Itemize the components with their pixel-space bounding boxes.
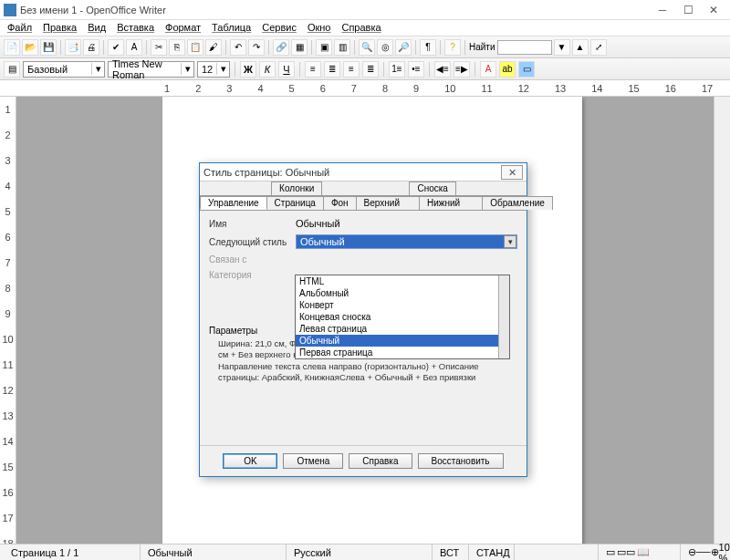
tab-page[interactable]: Страница xyxy=(266,196,324,210)
help-button[interactable]: Справка xyxy=(349,453,412,469)
spellcheck-icon[interactable]: ✔ xyxy=(108,39,124,56)
font-color-icon[interactable]: A xyxy=(480,61,496,78)
dialog-tabs-row1: Колонки Сноска xyxy=(200,181,527,196)
copy-icon[interactable]: ⎘ xyxy=(169,39,185,56)
window-title: Без имени 1 - OpenOffice Writer xyxy=(20,5,650,16)
vertical-ruler[interactable]: 1234567891011121314151617181920212223242… xyxy=(0,97,16,544)
hyperlink-icon[interactable]: 🔗 xyxy=(273,39,289,56)
cut-icon[interactable]: ✂ xyxy=(151,39,167,56)
tab-footnote[interactable]: Сноска xyxy=(409,181,455,195)
horizontal-ruler[interactable]: 123456789101112131415161718 xyxy=(0,80,730,97)
tab-background[interactable]: Фон xyxy=(323,196,357,210)
menu-view[interactable]: Вид xyxy=(82,20,111,36)
dialog-buttons: OK Отмена Справка Восстановить xyxy=(200,445,527,476)
dropdown-item-selected[interactable]: Обычный xyxy=(296,335,509,347)
dropdown-item[interactable]: HTML xyxy=(296,275,509,287)
increase-indent-icon[interactable]: ≡▶ xyxy=(454,61,470,78)
abc-icon[interactable]: A xyxy=(126,39,142,56)
tab-footer[interactable]: Нижний колонтитул xyxy=(419,196,483,210)
paragraph-style-combo[interactable]: Базовый▾ xyxy=(23,61,105,78)
tab-organizer[interactable]: Управление xyxy=(200,196,267,210)
dialog-body: Имя Обычный Следующий стиль Обычный▾ Свя… xyxy=(200,211,527,445)
status-zoom[interactable]: ⊖──⊕ 105 % xyxy=(681,544,726,560)
redo-icon[interactable]: ↷ xyxy=(248,39,265,56)
find-icon[interactable]: 🔍 xyxy=(359,39,375,56)
chart-icon[interactable]: ▥ xyxy=(334,39,350,56)
dialog-close-icon[interactable]: ✕ xyxy=(501,165,523,180)
align-left-icon[interactable]: ≡ xyxy=(305,61,321,78)
underline-button[interactable]: Ч xyxy=(278,61,295,78)
dropdown-item[interactable]: Первая страница xyxy=(296,347,509,358)
status-insert-mode[interactable]: ВСТ xyxy=(433,544,469,560)
dropdown-item[interactable]: Конверт xyxy=(296,299,509,311)
status-selection-mode[interactable]: СТАНД xyxy=(469,544,515,560)
font-size-combo[interactable]: 12▾ xyxy=(197,61,230,78)
find-all-icon[interactable]: ⤢ xyxy=(590,39,607,56)
bg-color-icon[interactable]: ▭ xyxy=(518,61,535,78)
menu-tools[interactable]: Сервис xyxy=(256,20,302,36)
minimize-button[interactable]: ─ xyxy=(650,2,675,18)
window-titlebar: Без имени 1 - OpenOffice Writer ─ ☐ ✕ xyxy=(0,0,730,20)
open-icon[interactable]: 📂 xyxy=(22,39,38,56)
menu-help[interactable]: Справка xyxy=(336,20,386,36)
new-icon[interactable]: 📄 xyxy=(4,39,20,56)
find-prev-icon[interactable]: ▲ xyxy=(572,39,589,56)
help-icon[interactable]: ? xyxy=(444,39,461,56)
zoom-icon[interactable]: 🔎 xyxy=(395,39,412,56)
gallery-icon[interactable]: ▣ xyxy=(316,39,332,56)
tab-header[interactable]: Верхний колонтитул xyxy=(356,196,420,210)
vertical-scrollbar[interactable] xyxy=(714,97,730,544)
menu-table[interactable]: Таблица xyxy=(206,20,256,36)
next-style-dropdown-list[interactable]: HTML Альбомный Конверт Концевая сноска Л… xyxy=(295,275,510,359)
menu-window[interactable]: Окно xyxy=(302,20,337,36)
nonprint-icon[interactable]: ¶ xyxy=(420,39,436,56)
dialog-title: Стиль страницы: Обычный xyxy=(203,167,501,178)
menu-file[interactable]: Файл xyxy=(2,20,37,36)
ok-button[interactable]: OK xyxy=(223,453,277,469)
export-pdf-icon[interactable]: 📑 xyxy=(65,39,81,56)
tab-borders[interactable]: Обрамление xyxy=(482,196,553,210)
status-bar: Страница 1 / 1 Обычный Русский ВСТ СТАНД… xyxy=(0,544,730,560)
menu-bar: Файл Правка Вид Вставка Формат Таблица С… xyxy=(0,20,730,36)
menu-format[interactable]: Формат xyxy=(160,20,206,36)
print-icon[interactable]: 🖨 xyxy=(83,39,99,56)
navigator-icon[interactable]: ◎ xyxy=(377,39,393,56)
table-icon[interactable]: ▦ xyxy=(291,39,308,56)
bold-button[interactable]: Ж xyxy=(240,61,256,78)
italic-button[interactable]: К xyxy=(259,61,276,78)
format-paint-icon[interactable]: 🖌 xyxy=(205,39,222,56)
menu-edit[interactable]: Правка xyxy=(37,20,82,36)
save-icon[interactable]: 💾 xyxy=(40,39,57,56)
bullets-icon[interactable]: •≡ xyxy=(408,61,424,78)
highlight-icon[interactable]: ab xyxy=(499,61,516,78)
decrease-indent-icon[interactable]: ◀≡ xyxy=(434,61,451,78)
paste-icon[interactable]: 📋 xyxy=(187,39,203,56)
dropdown-scrollbar[interactable] xyxy=(498,275,509,358)
dropdown-item[interactable]: Концевая сноска xyxy=(296,311,509,323)
dropdown-item[interactable]: Левая страница xyxy=(296,323,509,335)
field-linked-label: Связан с xyxy=(209,254,296,264)
tab-columns[interactable]: Колонки xyxy=(271,181,322,195)
styles-icon[interactable]: ▤ xyxy=(4,61,20,78)
align-justify-icon[interactable]: ≣ xyxy=(362,61,379,78)
status-view-layout[interactable]: ▭▭▭📖 xyxy=(599,544,681,560)
formatting-toolbar: ▤ Базовый▾ Times New Roman▾ 12▾ Ж К Ч ≡ … xyxy=(0,58,730,80)
font-name-combo[interactable]: Times New Roman▾ xyxy=(108,61,194,78)
align-right-icon[interactable]: ≡ xyxy=(343,61,360,78)
field-next-label: Следующий стиль xyxy=(209,237,296,247)
align-center-icon[interactable]: ≣ xyxy=(324,61,340,78)
find-next-icon[interactable]: ▼ xyxy=(554,39,570,56)
menu-insert[interactable]: Вставка xyxy=(111,20,160,36)
status-style[interactable]: Обычный xyxy=(141,544,287,560)
reset-button[interactable]: Восстановить xyxy=(418,453,504,469)
status-language[interactable]: Русский xyxy=(287,544,433,560)
maximize-button[interactable]: ☐ xyxy=(675,2,701,18)
close-button[interactable]: ✕ xyxy=(701,2,726,18)
numbering-icon[interactable]: 1≡ xyxy=(389,61,405,78)
dropdown-item[interactable]: Альбомный xyxy=(296,287,509,299)
undo-icon[interactable]: ↶ xyxy=(230,39,246,56)
cancel-button[interactable]: Отмена xyxy=(283,453,343,469)
dialog-titlebar[interactable]: Стиль страницы: Обычный ✕ xyxy=(200,163,527,181)
find-input[interactable] xyxy=(497,40,552,55)
next-style-dropdown[interactable]: Обычный▾ xyxy=(296,234,517,249)
